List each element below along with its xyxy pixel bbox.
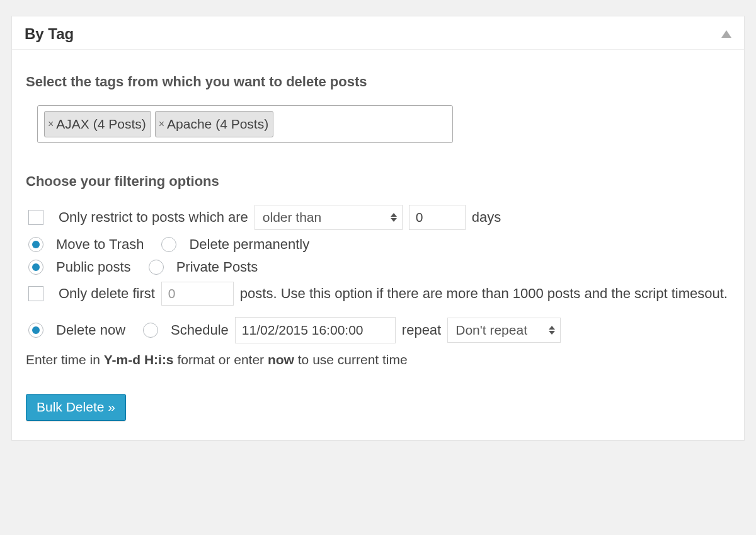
close-icon[interactable]: × xyxy=(48,117,54,131)
filter-heading: Choose your filtering options xyxy=(26,173,730,190)
schedule-datetime-input[interactable] xyxy=(235,317,396,343)
age-days-input[interactable] xyxy=(409,205,466,230)
limit-label-post: posts. Use this option if there are more… xyxy=(240,285,728,302)
schedule-radio[interactable] xyxy=(143,323,158,338)
select-stepper-icon xyxy=(391,213,397,222)
limit-label-pre: Only delete first xyxy=(59,285,155,302)
move-to-trash-radio[interactable] xyxy=(28,237,43,252)
delete-mode-row: Move to Trash Delete permanently xyxy=(26,236,730,253)
bulk-delete-button[interactable]: Bulk Delete » xyxy=(26,394,126,421)
age-unit-label: days xyxy=(472,209,501,226)
public-posts-label: Public posts xyxy=(56,259,131,275)
restrict-row: Only restrict to posts which are older t… xyxy=(26,205,730,230)
tag-multiselect[interactable]: × AJAX (4 Posts) × Apache (4 Posts) xyxy=(37,105,453,143)
select-tags-heading: Select the tags from which you want to d… xyxy=(26,74,730,90)
limit-checkbox[interactable] xyxy=(28,286,43,301)
schedule-label: Schedule xyxy=(171,322,229,338)
age-comparison-select[interactable]: older than xyxy=(255,205,403,230)
tag-chip-label: AJAX (4 Posts) xyxy=(56,115,146,133)
collapse-up-icon[interactable] xyxy=(721,30,731,38)
restrict-checkbox[interactable] xyxy=(28,210,43,225)
close-icon[interactable]: × xyxy=(159,117,164,131)
private-posts-label: Private Posts xyxy=(176,259,258,275)
panel-body: Select the tags from which you want to d… xyxy=(12,50,744,440)
private-posts-radio[interactable] xyxy=(149,260,164,275)
select-stepper-icon xyxy=(549,326,555,335)
panel-title: By Tag xyxy=(25,25,74,43)
visibility-row: Public posts Private Posts xyxy=(26,259,730,275)
panel-header[interactable]: By Tag xyxy=(12,16,744,50)
restrict-label: Only restrict to posts which are xyxy=(59,209,248,226)
datetime-hint: Enter time in Y-m-d H:i:s format or ente… xyxy=(26,352,730,367)
delete-now-label: Delete now xyxy=(56,322,125,338)
delete-permanently-label: Delete permanently xyxy=(189,236,309,253)
delete-now-radio[interactable] xyxy=(28,323,43,338)
tag-chip-label: Apache (4 Posts) xyxy=(167,115,268,133)
repeat-select-value: Don't repeat xyxy=(455,323,527,338)
by-tag-panel: By Tag Select the tags from which you wa… xyxy=(11,16,745,440)
delete-permanently-radio[interactable] xyxy=(161,237,176,252)
schedule-row: Delete now Schedule repeat Don't repeat xyxy=(26,317,730,343)
repeat-label: repeat xyxy=(402,322,441,338)
tag-chip: × Apache (4 Posts) xyxy=(155,111,273,137)
public-posts-radio[interactable] xyxy=(28,260,43,275)
tag-chip: × AJAX (4 Posts) xyxy=(44,111,151,137)
age-comparison-value: older than xyxy=(263,210,321,225)
move-to-trash-label: Move to Trash xyxy=(56,236,144,253)
repeat-select[interactable]: Don't repeat xyxy=(447,318,561,343)
limit-row: Only delete first posts. Use this option… xyxy=(26,282,730,306)
limit-count-input[interactable] xyxy=(161,282,234,306)
